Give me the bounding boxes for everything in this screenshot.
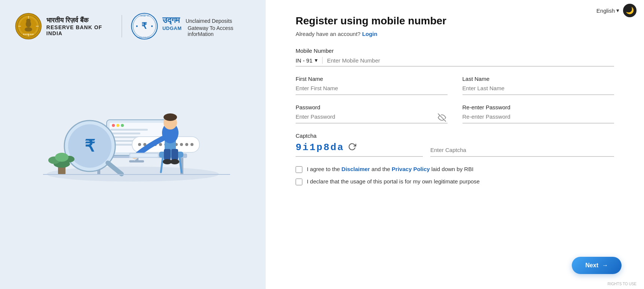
- rbi-logo: RESERVE BANK भारतीय रिज़र्व बैंक RESERVE…: [15, 11, 113, 41]
- udgam-sub-text: UDGAM: [162, 25, 182, 31]
- password-input[interactable]: [296, 113, 448, 124]
- reenter-password-wrapper: [463, 113, 614, 124]
- right-panel: English ▾ 🌙 Register using mobile number…: [266, 0, 644, 289]
- next-label: Next: [585, 262, 598, 269]
- logo-divider: [122, 15, 122, 37]
- udgam-hindi-text: उद्गम: [162, 15, 180, 25]
- dark-mode-toggle[interactable]: 🌙: [623, 4, 637, 17]
- arrow-right-icon: →: [602, 262, 608, 269]
- disclaimer-checkbox[interactable]: [296, 166, 302, 173]
- svg-text:Gateway To Access Info: Gateway To Access Info: [137, 37, 152, 38]
- svg-point-5: [26, 19, 30, 23]
- checkboxes-section: I agree to the Disclaimer and the Privac…: [296, 166, 614, 185]
- moon-icon: 🌙: [626, 6, 634, 15]
- language-label: English: [596, 7, 615, 14]
- rbi-english-text: RESERVE BANK OF INDIA: [46, 24, 113, 36]
- svg-rect-24: [129, 160, 144, 162]
- udgam-text: उद्गम Unclaimed Deposits UDGAM Gateway T…: [162, 15, 251, 37]
- udgam-logo: ₹ · UDGAM · UD· Gateway To Access Info उ…: [131, 11, 251, 41]
- captcha-section: Captcha 9i1p8da: [296, 133, 614, 157]
- refresh-icon[interactable]: [348, 143, 356, 153]
- reenter-password-group: Re-enter Password: [463, 104, 614, 124]
- language-selector[interactable]: English ▾: [596, 7, 619, 14]
- svg-point-16: [136, 25, 138, 27]
- password-label: Password: [296, 104, 448, 110]
- disclaimer-checkbox-row: I agree to the Disclaimer and the Privac…: [296, 166, 614, 173]
- purpose-checkbox[interactable]: [296, 179, 302, 185]
- illustration-area: ₹: [36, 60, 230, 183]
- country-chevron-icon: ▾: [315, 57, 318, 64]
- reenter-password-label: Re-enter Password: [463, 104, 614, 110]
- purpose-checkbox-row: I declare that the usage of this portal …: [296, 178, 614, 185]
- captcha-display-box: 9i1p8da: [296, 142, 423, 157]
- svg-point-69: [55, 153, 68, 162]
- last-name-input[interactable]: [463, 85, 614, 95]
- captcha-input[interactable]: [430, 147, 614, 153]
- svg-rect-61: [164, 149, 171, 160]
- captcha-value: 9i1p8da: [296, 142, 344, 153]
- privacy-policy-link[interactable]: Privacy Policy: [392, 166, 430, 172]
- captcha-input-box: [430, 147, 614, 157]
- country-code-selector[interactable]: IN - 91 ▾: [296, 57, 323, 64]
- mobile-field-row: IN - 91 ▾: [296, 57, 614, 67]
- svg-text:₹: ₹: [141, 21, 147, 31]
- first-name-input[interactable]: [296, 85, 448, 95]
- purpose-text: I declare that the usage of this portal …: [307, 178, 480, 185]
- login-prompt: Already have an account? Login: [296, 31, 614, 37]
- page-title: Register using mobile number: [296, 15, 614, 27]
- first-name-group: First Name: [296, 76, 448, 95]
- registration-form: Register using mobile number Already hav…: [296, 15, 614, 194]
- country-code-value: IN - 91: [296, 57, 312, 64]
- svg-rect-30: [110, 133, 140, 134]
- password-group: Password: [296, 104, 448, 124]
- udgam-desc1: Unclaimed Deposits: [186, 18, 232, 24]
- next-button[interactable]: Next →: [572, 257, 622, 274]
- captcha-label: Captcha: [296, 133, 614, 139]
- logos-row: RESERVE BANK भारतीय रिज़र्व बैंक RESERVE…: [15, 11, 251, 41]
- login-link[interactable]: Login: [362, 31, 378, 37]
- svg-point-46: [190, 143, 193, 146]
- svg-point-40: [159, 143, 162, 146]
- svg-text:· UDGAM · UD·: · UDGAM · UD·: [139, 15, 149, 17]
- footer-text: RIGHTS TO USE: [608, 282, 637, 286]
- svg-point-28: [121, 124, 124, 127]
- svg-point-3: [25, 27, 32, 31]
- captcha-row: 9i1p8da: [296, 142, 614, 157]
- svg-point-57: [164, 113, 177, 121]
- name-row: First Name Last Name: [296, 76, 614, 95]
- top-bar: English ▾ 🌙: [589, 0, 644, 21]
- mobile-number-label: Mobile Number: [296, 48, 614, 54]
- svg-rect-62: [171, 149, 178, 160]
- svg-point-26: [112, 124, 115, 127]
- rbi-emblem-icon: RESERVE BANK: [15, 11, 42, 41]
- udgam-desc2: Gateway To Access inforMation: [187, 25, 251, 37]
- svg-point-27: [116, 124, 119, 127]
- svg-rect-29: [110, 129, 148, 131]
- rbi-text: भारतीय रिज़र्व बैंक RESERVE BANK OF INDI…: [46, 16, 113, 36]
- svg-rect-60: [130, 154, 158, 157]
- chevron-down-icon: ▾: [616, 7, 619, 14]
- udgam-emblem-icon: ₹ · UDGAM · UD· Gateway To Access Info: [131, 11, 158, 41]
- password-wrapper: [296, 113, 448, 124]
- disclaimer-text: I agree to the Disclaimer and the Privac…: [307, 166, 473, 172]
- rbi-hindi-text: भारतीय रिज़र्व बैंक: [46, 16, 113, 24]
- mobile-number-input[interactable]: [327, 57, 614, 64]
- svg-point-36: [138, 143, 141, 146]
- password-row: Password Re-enter Password: [296, 104, 614, 124]
- illustration-svg: ₹: [36, 67, 230, 183]
- reenter-password-input[interactable]: [463, 113, 614, 124]
- last-name-group: Last Name: [463, 76, 614, 95]
- left-panel: RESERVE BANK भारतीय रिज़र्व बैंक RESERVE…: [0, 0, 266, 289]
- last-name-label: Last Name: [463, 76, 614, 82]
- svg-point-17: [151, 25, 153, 27]
- svg-point-64: [170, 159, 179, 164]
- svg-point-44: [180, 143, 183, 146]
- first-name-label: First Name: [296, 76, 448, 82]
- disclaimer-link[interactable]: Disclaimer: [342, 166, 370, 172]
- svg-point-45: [185, 143, 188, 146]
- eye-slash-icon[interactable]: [438, 113, 446, 124]
- svg-text:₹: ₹: [85, 137, 95, 155]
